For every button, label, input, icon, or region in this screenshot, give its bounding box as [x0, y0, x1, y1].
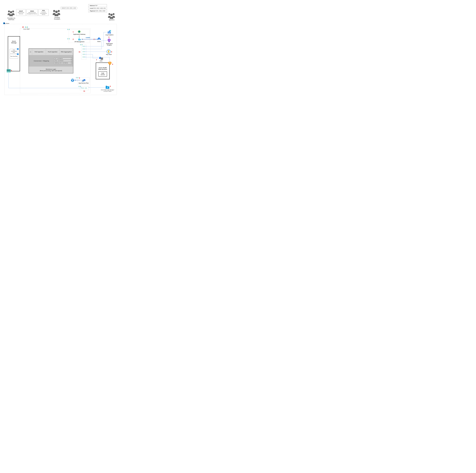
queriers-label: Queriers [108, 19, 116, 20]
ahds-icon [108, 61, 112, 65]
private-endpoint-icon [82, 87, 84, 89]
pushing-label: Pushing Providers [52, 17, 62, 20]
pds-sub: Personal Demographics Service [39, 11, 48, 15]
private-endpoint-icon [83, 54, 85, 55]
pe-col-2 [80, 86, 89, 90]
svg-point-24 [77, 77, 77, 78]
private-endpoint-icon [85, 87, 87, 89]
ndop-title: NDOP [17, 10, 25, 12]
q-national: FDP [95, 5, 98, 6]
nems-box: NEMS National Events Management Service [26, 9, 38, 16]
svg-point-41 [84, 54, 84, 55]
svg-rect-56 [109, 53, 109, 53]
vnet-icon [25, 26, 28, 28]
app-insights-icon [107, 39, 111, 43]
ndop-box: NDOP National Data Opt-outs [16, 9, 26, 16]
svg-point-22 [79, 39, 80, 39]
people-icon [52, 9, 61, 16]
people-icon [107, 12, 116, 19]
num-9: 9 [110, 86, 111, 87]
vnet-endpoint-icon [78, 86, 81, 87]
function-app-box: ◷ Pull ingestion Push ingestion PDS Aggr… [29, 48, 73, 73]
svg-point-37 [81, 44, 82, 45]
svg-point-15 [69, 29, 69, 30]
entra-icon [97, 37, 101, 40]
num-11a: 11 [79, 51, 80, 53]
num-1: 1 [73, 31, 74, 33]
app-gateway-label: Application Gateway [73, 34, 86, 35]
svg-rect-12 [7, 70, 11, 71]
svg-rect-48 [110, 30, 110, 31]
vnet-endpoint-icon [67, 29, 70, 30]
pds-box: PDS Personal Demographics Service [38, 9, 49, 16]
svg-point-54 [108, 50, 109, 52]
svg-point-42 [84, 57, 84, 57]
svg-rect-51 [109, 42, 109, 43]
svg-rect-47 [110, 31, 110, 31]
svg-point-17 [69, 39, 69, 39]
app-insights-label: Application Insights [105, 43, 114, 46]
svg-rect-43 [108, 32, 108, 34]
conv-hl7: HL7 - UK FHIR R4 [54, 58, 72, 60]
num-2b: 2 [94, 38, 95, 40]
app-service-plan-label: App Service Plan [78, 82, 89, 84]
web-app-icon [71, 78, 74, 82]
app-service-plan-icon [82, 78, 85, 82]
svg-point-40 [84, 52, 84, 52]
svg-point-4 [58, 10, 60, 12]
storage-title: AzureStorage [8, 40, 20, 44]
azure-storage-box: AzureStorage CSV Intermediate Blob Raw D… [8, 36, 20, 71]
pushing-providers-pill: SWAST, DCH, DHC, UHD [60, 7, 77, 9]
core-vnet-label: Core VNET [22, 28, 31, 30]
vnet-endpoint-icon [76, 77, 78, 78]
storage-icon [7, 69, 11, 73]
svg-rect-59 [101, 58, 103, 59]
svg-point-5 [55, 11, 58, 13]
svg-point-29 [71, 79, 74, 82]
raw-blob: Raw Data Blob [10, 54, 18, 59]
biz-logic: Buisiness Logic (Post-processing, GET an… [29, 67, 73, 73]
num-6: 6 [108, 36, 109, 38]
fhir-box: FHIRservice [99, 71, 107, 76]
azure-badge: Azure [3, 22, 9, 24]
vnet-endpoint-icon [80, 44, 83, 46]
svg-point-16 [68, 39, 68, 39]
svg-point-8 [110, 14, 113, 16]
svg-point-14 [68, 29, 68, 30]
svg-rect-45 [110, 32, 111, 34]
entra-label: Entra [97, 41, 101, 42]
svg-point-36 [81, 44, 81, 45]
num-10: 10 [22, 26, 24, 28]
num-2a: 2 [73, 38, 74, 40]
svg-point-63 [80, 86, 80, 87]
svg-point-19 [79, 31, 80, 32]
ahds-box: Azure HealthData Services FHIRservice [96, 63, 110, 79]
num-3: 3 [79, 77, 80, 79]
svg-point-6 [108, 13, 110, 15]
adls-icon [106, 86, 109, 89]
num-5: 5 [11, 70, 12, 72]
azure-icon [3, 22, 5, 24]
num-8: 8 [111, 51, 112, 53]
q-local: DCH, DHC, UHD, ICB [93, 8, 105, 9]
svg-rect-49 [110, 31, 111, 31]
private-endpoint-icon [83, 48, 85, 50]
vnet-endpoint-icon [67, 38, 70, 40]
svg-point-0 [8, 11, 10, 12]
conv-stu3: STU3 - UK FHIR R4 [54, 60, 72, 62]
svg-point-1 [12, 11, 14, 12]
nems-sub: National Events Management Service [27, 12, 37, 15]
num-4: 4 [112, 63, 113, 65]
svg-point-2 [10, 11, 12, 13]
svg-point-3 [53, 10, 55, 12]
svg-rect-58 [101, 58, 103, 58]
acr-label: ACR [99, 60, 103, 62]
conversion-title: Conversion + Mapping [29, 60, 54, 62]
log-analytics-icon [107, 30, 111, 34]
key-vault-icon [107, 50, 111, 54]
svg-point-38 [84, 46, 84, 47]
num-11b: 11 [83, 90, 85, 92]
svg-point-10 [27, 27, 27, 27]
queriers-box: National FDP Local DCH, DHC, UHD, ICB Re… [88, 4, 107, 12]
svg-rect-50 [108, 42, 110, 42]
